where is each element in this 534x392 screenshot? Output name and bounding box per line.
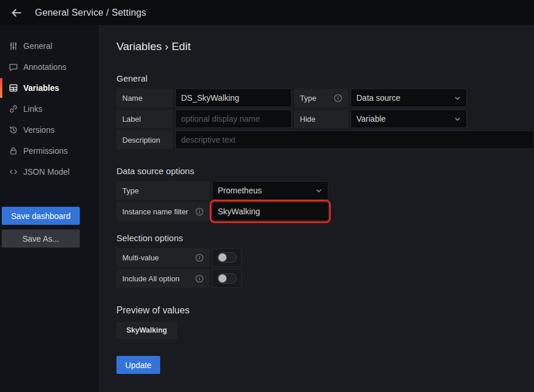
selection-section-heading: Selection options [116, 233, 534, 243]
sidebar-item-versions[interactable]: Versions [0, 119, 99, 140]
sidebar-item-label: Annotations [23, 62, 66, 72]
save-dashboard-button[interactable]: Save dashboard [2, 207, 80, 225]
description-input[interactable] [175, 130, 534, 149]
sidebar-item-label: General [23, 41, 52, 51]
save-as-button[interactable]: Save As... [2, 229, 80, 248]
datasource-type-label: Type [116, 181, 210, 200]
name-field-label: Name [116, 89, 173, 107]
sidebar-item-label: Versions [23, 125, 55, 135]
settings-sidebar: General Annotations Variables Links Vers… [0, 25, 99, 392]
update-button[interactable]: Update [116, 356, 160, 374]
comment-icon [9, 62, 18, 72]
hide-field-label: Hide [294, 110, 348, 128]
info-icon [195, 274, 204, 283]
variable-type-select[interactable]: Data source [351, 89, 467, 107]
page-breadcrumb-title: General Service / Settings [35, 8, 146, 18]
info-icon [195, 253, 204, 262]
code-brackets-icon [9, 167, 18, 176]
sidebar-item-label: Links [23, 104, 43, 114]
datasource-section-heading: Data source options [116, 166, 534, 176]
top-header: General Service / Settings [0, 0, 534, 25]
multi-value-toggle[interactable] [212, 248, 242, 267]
sidebar-item-label: Variables [23, 83, 59, 93]
type-field-label: Type [294, 89, 348, 107]
sidebar-item-label: JSON Model [23, 167, 69, 176]
include-all-label: Include All option [116, 269, 210, 288]
instance-name-filter-input[interactable] [212, 202, 328, 221]
name-input[interactable] [175, 89, 292, 107]
preview-section-heading: Preview of values [116, 305, 534, 316]
preview-values-list: SkyWalking [116, 322, 534, 339]
label-field-label: Label [116, 110, 173, 128]
variable-edit-panel: Variables › Edit General Name Type Data … [99, 25, 534, 392]
back-button[interactable] [7, 3, 26, 22]
label-input[interactable] [175, 110, 292, 128]
multi-value-label: Multi-value [116, 248, 210, 267]
info-icon [195, 207, 204, 216]
grid-table-icon [9, 83, 18, 93]
chevron-down-icon [454, 94, 461, 102]
panel-title: Variables › Edit [116, 40, 534, 53]
arrow-left-icon [10, 6, 23, 19]
preview-value-chip[interactable]: SkyWalking [116, 322, 177, 339]
description-field-label: Description [116, 130, 173, 149]
sidebar-item-annotations[interactable]: Annotations [0, 56, 99, 77]
chevron-down-icon [454, 115, 461, 123]
hide-select[interactable]: Variable [351, 110, 467, 128]
sidebar-item-json-model[interactable]: JSON Model [0, 161, 99, 182]
sliders-icon [9, 41, 18, 51]
general-section-heading: General [116, 73, 534, 83]
include-all-toggle[interactable] [212, 269, 242, 288]
datasource-type-select[interactable]: Prometheus [212, 181, 328, 200]
sidebar-item-general[interactable]: General [0, 36, 99, 56]
sidebar-item-permissions[interactable]: Permissions [0, 140, 99, 161]
sidebar-item-links[interactable]: Links [0, 98, 99, 119]
sidebar-item-label: Permissions [23, 146, 68, 156]
chevron-down-icon [315, 187, 323, 195]
instance-name-filter-wrap [212, 202, 328, 221]
lock-icon [9, 146, 18, 156]
link-icon [9, 104, 18, 114]
history-icon [9, 125, 18, 135]
info-icon [334, 94, 342, 103]
sidebar-item-variables[interactable]: Variables [0, 77, 99, 98]
instance-name-filter-label: Instance name filter [116, 202, 210, 221]
